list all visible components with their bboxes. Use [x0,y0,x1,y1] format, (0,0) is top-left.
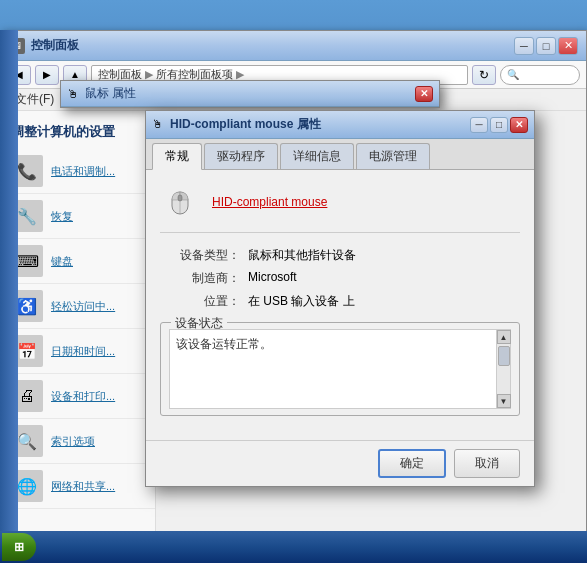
refresh-button[interactable]: ↻ [472,65,496,85]
sidebar-item-phone[interactable]: 📞 电话和调制... [1,149,155,194]
sidebar-label-index: 索引选项 [51,434,95,448]
maximize-button[interactable]: □ [536,37,556,55]
sidebar-item-restore[interactable]: 🔧 恢复 [1,194,155,239]
hid-title-icon: 🖱 [152,118,166,132]
scrollbar-down[interactable]: ▼ [497,394,511,408]
manufacturer-label: 制造商： [160,270,240,287]
tab-driver[interactable]: 驱动程序 [204,143,278,169]
hid-content: HID-compliant mouse 设备类型： 鼠标和其他指针设备 制造商：… [146,170,534,440]
status-text: 该设备运转正常。 [176,337,272,351]
hid-titlebar: 🖱 HID-compliant mouse 属性 ─ □ ✕ [146,111,534,139]
sidebar-item-network[interactable]: 🌐 网络和共享... [1,464,155,509]
sidebar-item-keyboard[interactable]: ⌨ 键盘 [1,239,155,284]
cp-window-controls: ─ □ ✕ [514,37,578,55]
status-scrollbar[interactable]: ▲ ▼ [496,330,510,408]
tab-power[interactable]: 电源管理 [356,143,430,169]
hid-title-text: HID-compliant mouse 属性 [170,116,470,133]
hid-close-button[interactable]: ✕ [510,117,528,133]
hid-status-group: 设备状态 该设备运转正常。 ▲ ▼ [160,322,520,416]
sidebar-label-datetime: 日期和时间... [51,344,115,358]
hid-window-controls: ─ □ ✕ [470,117,528,133]
scrollbar-thumb[interactable] [498,346,510,366]
cp-sidebar: 调整计算机的设置 📞 电话和调制... 🔧 恢复 ⌨ 键盘 ♿ 轻松访问中... [1,111,156,562]
sidebar-item-accessibility[interactable]: ♿ 轻松访问中... [1,284,155,329]
mouse-props-dialog: 🖱 鼠标 属性 ✕ [60,80,440,108]
tab-general[interactable]: 常规 [152,143,202,170]
sidebar-label-devices: 设备和打印... [51,389,115,403]
hid-status-box: 该设备运转正常。 ▲ ▼ [169,329,511,409]
sidebar-header: 调整计算机的设置 [1,119,155,149]
taskbar: ⊞ [0,531,587,563]
cp-title-text: 控制面板 [31,37,514,54]
sidebar-item-index[interactable]: 🔍 索引选项 [1,419,155,464]
sidebar-label-phone: 电话和调制... [51,164,115,178]
scrollbar-up[interactable]: ▲ [497,330,511,344]
sidebar-label-restore: 恢复 [51,209,73,223]
tab-details[interactable]: 详细信息 [280,143,354,169]
hid-info-grid: 设备类型： 鼠标和其他指针设备 制造商： Microsoft 位置： 在 USB… [160,247,520,310]
hid-maximize-button[interactable]: □ [490,117,508,133]
left-strip [0,30,18,531]
mouse-props-close-button[interactable]: ✕ [415,86,433,102]
hid-properties-dialog: 🖱 HID-compliant mouse 属性 ─ □ ✕ 常规 驱动程序 详… [145,110,535,487]
hid-dialog-buttons: 确定 取消 [146,440,534,486]
search-box[interactable]: 🔍 [500,65,580,85]
mouse-props-icon: 🖱 [67,87,81,101]
ok-button[interactable]: 确定 [378,449,446,478]
hid-device-name: HID-compliant mouse [212,195,327,209]
sidebar-label-network: 网络和共享... [51,479,115,493]
location-value: 在 USB 输入设备 上 [248,293,520,310]
cp-titlebar: 🖥 控制面板 ─ □ ✕ [1,31,586,61]
sidebar-item-datetime[interactable]: 📅 日期和时间... [1,329,155,374]
desktop: 🖥 控制面板 ─ □ ✕ ◀ ▶ ▲ 控制面板 ▶ 所有控制面板项 ▶ ↻ 🔍 [0,0,587,563]
mouse-svg [162,184,198,220]
sidebar-label-accessibility: 轻松访问中... [51,299,115,313]
hid-device-icon [160,182,200,222]
close-button[interactable]: ✕ [558,37,578,55]
mouse-props-titlebar: 🖱 鼠标 属性 ✕ [61,81,439,107]
type-label: 设备类型： [160,247,240,264]
hid-device-header: HID-compliant mouse [160,182,520,233]
sidebar-label-keyboard: 键盘 [51,254,73,268]
manufacturer-value: Microsoft [248,270,520,287]
sidebar-item-devices[interactable]: 🖨 设备和打印... [1,374,155,419]
forward-button[interactable]: ▶ [35,65,59,85]
mouse-props-title: 鼠标 属性 [85,85,415,102]
type-value: 鼠标和其他指针设备 [248,247,520,264]
hid-tabs: 常规 驱动程序 详细信息 电源管理 [146,139,534,170]
start-button[interactable]: ⊞ [2,533,36,561]
hid-minimize-button[interactable]: ─ [470,117,488,133]
cancel-button[interactable]: 取消 [454,449,520,478]
minimize-button[interactable]: ─ [514,37,534,55]
location-label: 位置： [160,293,240,310]
